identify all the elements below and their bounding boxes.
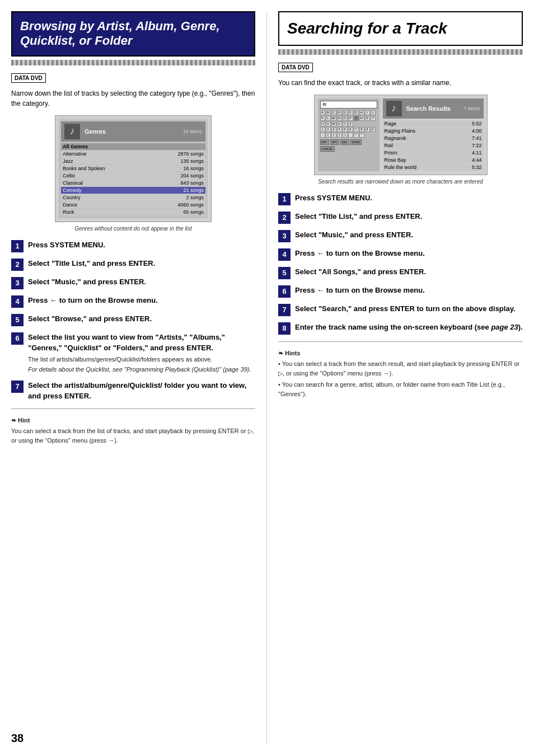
r-step-text-1: Press SYSTEM MENU. [295, 192, 523, 204]
genre-row-comedy: Comedy21 songs [61, 187, 205, 194]
genres-screenshot: ♪ Genres 10 items All Genres Alternative… [55, 115, 212, 222]
result-row-rail: Rail7:22 [383, 142, 484, 149]
r-step-num-3: 3 [278, 230, 291, 242]
left-hint: Hint You can select a track from the lis… [11, 416, 255, 445]
genre-row-classical: Classical843 songs [61, 180, 205, 186]
r-step-num-4: 4 [278, 248, 291, 261]
right-description: You can find the exact track, or tracks … [278, 78, 523, 88]
left-step-4: 4 Press ← to turn on the Browse menu. [11, 295, 255, 308]
right-hint-1: • You can select a track from the search… [278, 359, 523, 378]
result-row-rosebay: Rose Bay4:44 [383, 157, 484, 163]
r-step-text-4: Press ← to turn on the Browse menu. [295, 248, 523, 259]
result-row-raging: Raging Plains4:00 [383, 128, 484, 134]
left-step-5: 5 Select "Browse," and press ENTER. [11, 313, 255, 326]
right-hint-2: • You can search for a genre, artist, al… [278, 380, 523, 398]
keyboard-panel: R A B C D E F G H I J K [318, 98, 380, 171]
genre-row-jazz: Jazz135 songs [61, 158, 205, 165]
r-step-text-8: Enter the track name using the on-screen… [295, 322, 523, 333]
r-step-text-6: Press ← to turn on the Browse menu. [295, 285, 523, 296]
genres-count: 10 items [183, 129, 202, 134]
right-step-6: 6 Press ← to turn on the Browse menu. [278, 285, 523, 298]
right-hint-title: Hints [278, 349, 523, 358]
left-section-title: Browsing by Artist, Album, Genre, Quickl… [11, 11, 255, 57]
left-step-6: 6 Select the list you want to view from … [11, 332, 255, 374]
step-num-3: 3 [11, 277, 24, 289]
r-step-num-1: 1 [278, 193, 291, 205]
right-step-8: 8 Enter the track name using the on-scre… [278, 322, 523, 335]
result-row-rage: Rage5:52 [383, 120, 484, 127]
result-row-rule: Rule the world5:32 [383, 164, 484, 171]
genre-row-books: Books and Spoken16 songs [61, 165, 205, 172]
genre-row-allgenres: All Genres [61, 143, 205, 150]
kb-row-5: - ( [ ] ) . * * [320, 133, 377, 138]
r-step-text-7: Select "Search," and press ENTER to turn… [295, 303, 523, 314]
right-column: Searching for a Track DATA DVD You can f… [267, 11, 523, 745]
right-hints: Hints • You can select a track from the … [278, 349, 523, 399]
left-step-3: 3 Select "Music," and press ENTER. [11, 276, 255, 289]
step-num-5: 5 [11, 314, 24, 326]
kb-row-3: U V W X Y Z [320, 121, 377, 126]
step-text-5: Select "Browse," and press ENTER. [28, 313, 255, 325]
step-num-4: 4 [11, 295, 24, 308]
right-stripe-bar [278, 49, 523, 55]
kb-row-2: K L M N O P Q R S T [320, 116, 377, 121]
page-number: 38 [11, 732, 24, 745]
search-caption: Search results are narrowed down as more… [278, 179, 523, 185]
step-text-3: Select "Music," and press ENTER. [28, 276, 255, 288]
right-divider [278, 341, 523, 342]
r-step-num-5: 5 [278, 267, 291, 279]
kb-row-4: 1 2 3 4 5 6 7 8 9 0 [320, 127, 377, 132]
right-step-2: 2 Select "Title List," and press ENTER. [278, 211, 523, 224]
genre-row-rock: Rock65 songs [61, 209, 205, 215]
genre-row-dance: Dance4060 songs [61, 201, 205, 208]
step-text-1: Press SYSTEM MENU. [28, 240, 255, 251]
genres-title: Genres [85, 128, 183, 135]
kb-row-1: A B C D E F G H I J [320, 110, 377, 115]
search-music-icon: ♪ [386, 101, 402, 116]
genre-row-alternative: Alternative2876 songs [61, 151, 205, 157]
left-hint-title: Hint [11, 416, 255, 425]
step-num-1: 1 [11, 240, 24, 252]
genre-row-celtic: Celtic204 songs [61, 172, 205, 179]
step-text-7: Select the artist/album/genre/Quicklist/… [28, 380, 255, 402]
right-step-4: 4 Press ← to turn on the Browse menu. [278, 248, 523, 261]
result-row-prism: Prism4:11 [383, 149, 484, 156]
r-step-text-3: Select "Music," and press ENTER. [295, 229, 523, 241]
left-stripe-bar [11, 60, 255, 65]
left-divider [11, 408, 255, 409]
left-step-7: 7 Select the artist/album/genre/Quicklis… [11, 380, 255, 402]
step-num-6: 6 [11, 332, 24, 345]
r-step-num-6: 6 [278, 285, 291, 298]
genre-row-country: Country2 songs [61, 194, 205, 201]
search-input-display: R [320, 101, 377, 109]
r-step-num-2: 2 [278, 212, 291, 224]
right-step-5: 5 Select "All Songs," and press ENTER. [278, 266, 523, 279]
step-num-2: 2 [11, 259, 24, 271]
left-hint-text: You can select a track from the list of … [11, 426, 255, 445]
left-description: Narrow down the list of tracks by select… [11, 88, 255, 109]
left-badge: DATA DVD [11, 73, 46, 83]
left-column: Browsing by Artist, Album, Genre, Quickl… [11, 11, 267, 745]
step-text-4: Press ← to turn on the Browse menu. [28, 295, 255, 306]
search-screenshot: R A B C D E F G H I J K [314, 95, 488, 175]
r-step-text-2: Select "Title List," and press ENTER. [295, 211, 523, 222]
step-num-7: 7 [11, 381, 24, 393]
right-step-1: 1 Press SYSTEM MENU. [278, 192, 523, 205]
result-row-ragnarok: Ragnarok7:41 [383, 135, 484, 142]
step-text-6: Select the list you want to view from "A… [28, 332, 255, 374]
right-step-7: 7 Select "Search," and press ENTER to tu… [278, 303, 523, 316]
kb-buttons: ENT SPC DEL DONE CANCEL [320, 139, 377, 152]
left-step-1: 1 Press SYSTEM MENU. [11, 240, 255, 252]
search-results-count: 7 items [463, 106, 480, 111]
step-sub-6a: The list of artists/albums/genres/Quickl… [28, 355, 255, 364]
right-step-3: 3 Select "Music," and press ENTER. [278, 229, 523, 242]
music-note-icon: ♪ [64, 124, 80, 139]
r-step-num-7: 7 [278, 304, 291, 316]
right-section-title: Searching for a Track [278, 11, 523, 46]
r-step-text-5: Select "All Songs," and press ENTER. [295, 266, 523, 278]
r-step-num-8: 8 [278, 322, 291, 335]
search-results-panel: ♪ Search Results 7 items Rage5:52 Raging… [383, 98, 484, 171]
search-results-title: Search Results [406, 105, 464, 112]
step-sub-6b: For details about the Quicklist, see "Pr… [28, 365, 255, 374]
left-step-2: 2 Select "Title List," and press ENTER. [11, 258, 255, 271]
